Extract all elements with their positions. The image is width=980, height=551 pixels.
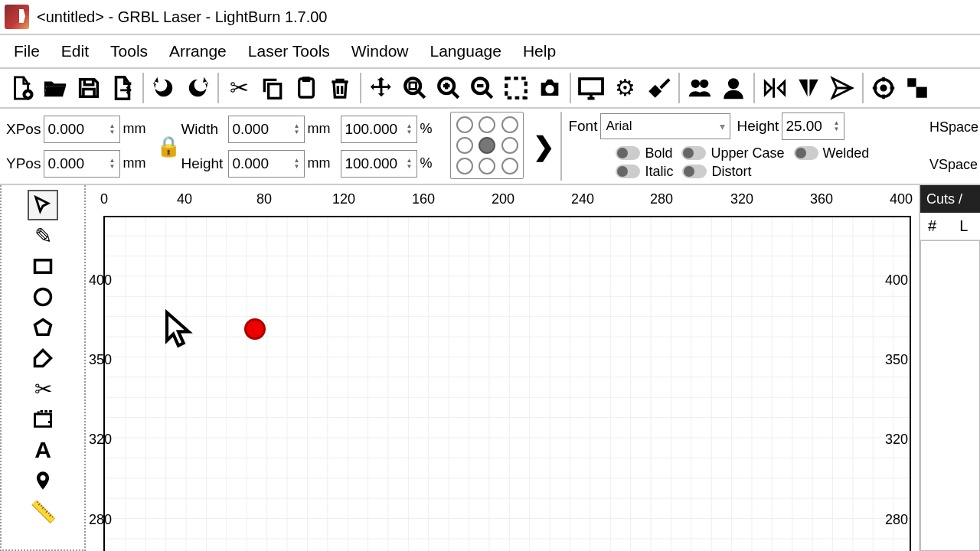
ruler-tick: 120 [332,191,355,207]
position-tool-icon[interactable] [28,465,58,496]
edit-cut-icon[interactable]: ✂ [28,373,58,404]
ruler-tick: 320 [885,432,908,448]
menu-file[interactable]: File [3,37,51,65]
menu-bar: File Edit Tools Arrange Laser Tools Wind… [0,35,980,69]
new-file-icon[interactable] [5,71,38,105]
main-toolbar: ✂ ⚙ [0,69,980,109]
menu-language[interactable]: Language [420,37,512,65]
width-input[interactable]: 0.000▲▼ [228,116,305,143]
ruler-tick: 80 [256,191,272,207]
ruler-tick: 280 [885,512,908,528]
menu-edit[interactable]: Edit [51,37,100,65]
camera-icon[interactable] [533,71,567,105]
pan-icon[interactable] [364,71,398,105]
ellipse-tool-icon[interactable] [28,282,58,312]
canvas[interactable]: 04080120160200240280320360400 4004003503… [86,185,919,551]
upper-toggle[interactable]: Upper Case [681,145,784,161]
line-tool-icon[interactable]: ✎ [28,220,58,251]
send-icon[interactable] [825,71,859,105]
laser-position-marker [244,318,266,340]
welded-toggle[interactable]: Welded [794,145,870,161]
svg-point-13 [728,78,739,89]
device-settings-icon[interactable] [642,71,675,105]
undo-icon[interactable] [147,71,181,105]
italic-toggle[interactable]: Italic [616,164,673,180]
origin-selector[interactable] [450,112,524,179]
app-icon [5,5,29,29]
frame-icon[interactable] [499,71,533,105]
svg-rect-3 [302,77,311,82]
left-toolbar: ✎ ✂ A 📏 [0,185,86,551]
unit-pct: % [420,121,432,137]
zoom-out-icon[interactable] [466,71,499,105]
ruler-tick: 400 [890,191,913,207]
unit-mm: mm [307,155,330,171]
column-l: L [959,217,968,235]
menu-arrange[interactable]: Arrange [158,37,237,65]
open-file-icon[interactable] [38,71,72,105]
measure-tool-icon[interactable]: 📏 [28,496,58,527]
width-label: Width [181,121,225,138]
xpos-label: XPos [6,121,41,138]
monitor-icon[interactable] [574,71,608,105]
copy-icon[interactable] [256,71,289,105]
polygon-tool-icon[interactable] [28,312,58,343]
delete-icon[interactable] [323,71,357,105]
svg-rect-22 [35,414,51,426]
export-icon[interactable] [106,71,139,105]
menu-laser-tools[interactable]: Laser Tools [237,37,341,65]
zoom-selection-icon[interactable] [398,71,432,105]
unit-mm: mm [122,121,145,137]
ruler-tick: 280 [650,191,673,207]
mirror-h-icon[interactable] [758,71,792,105]
unit-mm: mm [307,121,330,137]
select-tool-icon[interactable] [28,190,58,220]
lock-aspect-icon[interactable]: 🔒 [156,135,181,158]
distort-toggle[interactable]: Distort [682,164,751,180]
hspace-label: HSpace [929,119,978,135]
svg-point-12 [700,80,708,88]
text-tool-icon[interactable]: A [28,435,58,465]
ruler-tick: 200 [492,191,514,207]
font-height-input[interactable]: 25.00▲▼ [782,112,844,140]
paste-icon[interactable] [289,71,323,105]
ypos-input[interactable]: 0.000▲▼ [44,150,120,178]
user-icon[interactable] [717,71,750,105]
ruler-tick: 350 [885,352,908,368]
cut-icon[interactable]: ✂ [222,71,256,105]
cursor-icon [163,308,194,350]
save-icon[interactable] [72,71,106,105]
cuts-tab[interactable]: Cuts / [920,185,980,213]
edit-nodes-tool-icon[interactable] [28,343,58,373]
mirror-v-icon[interactable] [792,71,825,105]
font-select[interactable]: Arial [600,113,730,139]
ruler-tick: 360 [810,191,833,207]
settings-icon[interactable]: ⚙ [608,71,642,105]
font-label: Font [568,118,597,135]
scale-w-input[interactable]: 100.000▲▼ [341,116,417,143]
align-icon[interactable] [900,71,934,105]
expand-icon[interactable]: ❯ [533,131,554,161]
offset-tool-icon[interactable] [28,404,58,435]
redo-icon[interactable] [181,71,214,105]
menu-window[interactable]: Window [341,37,420,65]
unit-pct: % [420,155,432,171]
menu-tools[interactable]: Tools [100,37,158,65]
svg-point-4 [405,78,420,93]
svg-rect-17 [916,87,927,98]
rectangle-tool-icon[interactable] [28,251,58,282]
height-input[interactable]: 0.000▲▼ [228,150,305,178]
ruler-tick: 320 [89,432,112,448]
menu-help[interactable]: Help [512,37,567,65]
zoom-in-icon[interactable] [432,71,466,105]
svg-point-15 [881,86,886,90]
xpos-input[interactable]: 0.000▲▼ [44,116,120,143]
group-users-icon[interactable] [683,71,717,105]
bold-toggle[interactable]: Bold [616,145,672,161]
svg-marker-20 [35,320,51,335]
vspace-label: VSpace [929,157,978,173]
svg-point-19 [35,289,51,305]
ruler-horizontal: 04080120160200240280320360400 [86,185,919,216]
target-icon[interactable] [867,71,900,105]
scale-h-input[interactable]: 100.000▲▼ [341,150,417,178]
